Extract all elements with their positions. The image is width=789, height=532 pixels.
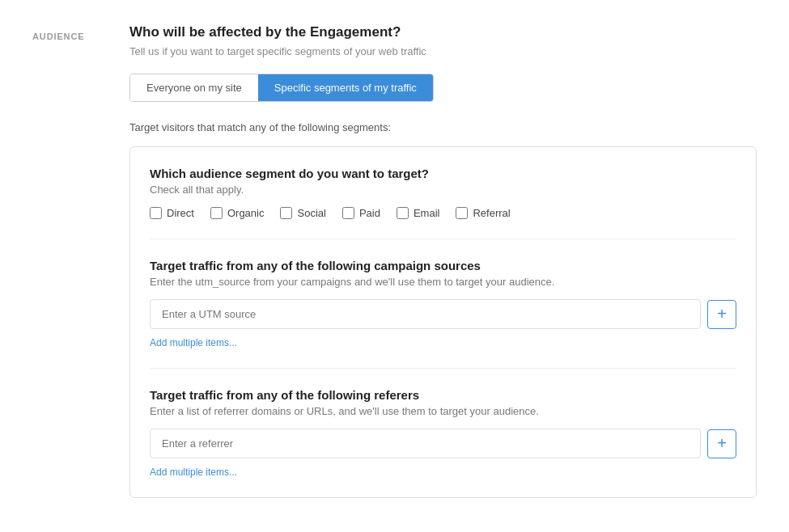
checkbox-email[interactable]: Email <box>397 207 440 219</box>
segment-title: Which audience segment do you want to ta… <box>150 167 736 180</box>
page-title: Who will be affected by the Engagement? <box>129 24 757 40</box>
checkbox-organic-label: Organic <box>227 207 265 219</box>
campaign-subtitle: Enter the utm_source from your campaigns… <box>150 276 736 288</box>
segment-subtitle: Check all that apply. <box>150 184 736 196</box>
utm-source-add-button[interactable]: + <box>707 300 736 329</box>
checkbox-referral-label: Referral <box>473 207 510 219</box>
target-label: Target visitors that match any of the fo… <box>129 121 757 133</box>
page-container: Audience Who will be affected by the Eng… <box>0 0 789 532</box>
checkbox-email-label: Email <box>414 207 440 219</box>
checkbox-social[interactable]: Social <box>280 207 325 219</box>
audience-segment-section: Which audience segment do you want to ta… <box>150 167 736 239</box>
main-content: Who will be affected by the Engagement? … <box>129 24 757 508</box>
utm-source-input[interactable] <box>150 299 701 329</box>
referrer-title: Target traffic from any of the following… <box>150 388 736 402</box>
checkbox-referral[interactable]: Referral <box>456 207 510 219</box>
everyone-toggle-button[interactable]: Everyone on my site <box>130 74 258 101</box>
sidebar: Audience <box>32 24 129 508</box>
referrer-add-multiple-link[interactable]: Add multiple items... <box>150 467 237 478</box>
checkbox-paid[interactable]: Paid <box>342 207 380 219</box>
checkbox-social-label: Social <box>297 207 325 219</box>
checkbox-organic[interactable]: Organic <box>210 207 265 219</box>
checkbox-organic-input[interactable] <box>210 207 223 219</box>
checkbox-direct-label: Direct <box>167 207 194 219</box>
referrer-add-button[interactable]: + <box>707 429 736 458</box>
toggle-group: Everyone on my site Specific segments of… <box>129 74 434 102</box>
campaign-section: Target traffic from any of the following… <box>150 239 736 369</box>
checkbox-social-input[interactable] <box>280 207 292 219</box>
checkbox-referral-input[interactable] <box>456 207 468 219</box>
checkbox-paid-label: Paid <box>359 207 380 219</box>
campaign-title: Target traffic from any of the following… <box>150 259 736 272</box>
checkbox-paid-input[interactable] <box>342 207 354 219</box>
referrer-input-row: + <box>150 429 736 458</box>
checkbox-email-input[interactable] <box>397 207 409 219</box>
page-subtitle: Tell us if you want to target specific s… <box>129 45 757 57</box>
checkbox-direct[interactable]: Direct <box>150 207 194 219</box>
referrer-section: Target traffic from any of the following… <box>150 369 736 478</box>
checkbox-direct-input[interactable] <box>150 207 162 219</box>
campaign-input-row: + <box>150 299 736 329</box>
checkbox-group: Direct Organic Social Paid <box>150 207 736 219</box>
referrer-subtitle: Enter a list of referrer domains or URLs… <box>150 405 736 417</box>
segment-card: Which audience segment do you want to ta… <box>129 146 757 498</box>
specific-segments-toggle-button[interactable]: Specific segments of my traffic <box>258 74 433 101</box>
campaign-add-multiple-link[interactable]: Add multiple items... <box>150 337 237 348</box>
sidebar-label: Audience <box>32 32 85 41</box>
referrer-input[interactable] <box>150 429 701 458</box>
